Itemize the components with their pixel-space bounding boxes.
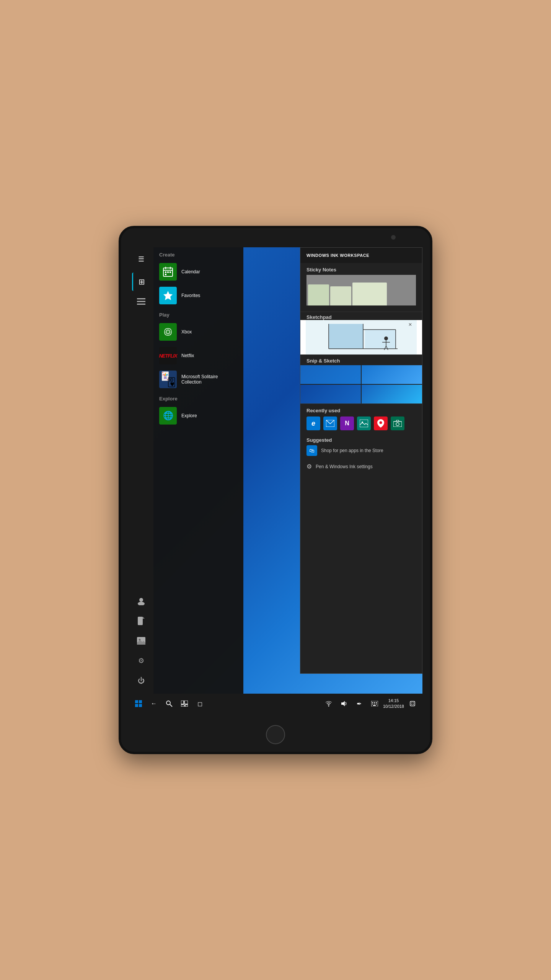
recent-edge[interactable]: e bbox=[306, 416, 320, 430]
sidebar-documents[interactable] bbox=[132, 612, 150, 630]
window-button[interactable]: ◻ bbox=[193, 697, 207, 710]
svg-line-46 bbox=[170, 704, 172, 707]
svg-rect-43 bbox=[135, 704, 138, 707]
svg-rect-22 bbox=[329, 324, 363, 349]
star-label: Favorites bbox=[181, 293, 200, 298]
sidebar: ☰ ⊞ ⚙ ⏻ bbox=[129, 247, 153, 694]
wifi-icon[interactable] bbox=[322, 697, 336, 710]
svg-rect-0 bbox=[137, 298, 145, 299]
svg-point-4 bbox=[138, 602, 145, 605]
solitaire-label: Microsoft Solitaire Collection bbox=[181, 374, 238, 385]
svg-rect-65 bbox=[413, 704, 414, 705]
start-menu: ☰ ⊞ ⚙ ⏻ bbox=[129, 247, 422, 694]
sketchpad-section: Sketchpad bbox=[300, 312, 422, 355]
sticky-notes-content bbox=[300, 275, 422, 312]
app-item-solitaire[interactable]: 🃏 🂺 Microsoft Solitaire Collection bbox=[153, 368, 243, 391]
recent-mail[interactable] bbox=[323, 416, 337, 430]
svg-rect-23 bbox=[365, 330, 396, 349]
svg-rect-62 bbox=[411, 702, 412, 703]
ink-workspace-header: WINDOWS INK WORKSPACE bbox=[300, 248, 422, 263]
svg-marker-6 bbox=[143, 617, 145, 619]
sidebar-user[interactable] bbox=[132, 592, 150, 610]
section-label-create: Create bbox=[153, 247, 243, 260]
svg-rect-42 bbox=[139, 700, 142, 703]
keyboard-icon[interactable] bbox=[368, 697, 381, 710]
store-icon: 🛍 bbox=[306, 445, 317, 456]
sidebar-photos[interactable] bbox=[132, 632, 150, 650]
snip-cell-3 bbox=[300, 385, 361, 403]
hamburger-menu[interactable]: ☰ bbox=[129, 251, 153, 267]
recent-maps[interactable] bbox=[374, 416, 388, 430]
xbox-tile bbox=[159, 323, 177, 341]
sticky-notes-label[interactable]: Sticky Notes bbox=[300, 263, 422, 275]
recent-camera[interactable] bbox=[391, 416, 404, 430]
svg-rect-44 bbox=[139, 704, 142, 707]
recent-icons-row: e N bbox=[306, 416, 416, 430]
svg-rect-47 bbox=[181, 701, 184, 704]
sticky-note-3 bbox=[352, 283, 387, 305]
recent-onenote[interactable]: N bbox=[340, 416, 354, 430]
sticky-notes-preview bbox=[306, 275, 416, 305]
screen: ☰ ⊞ ⚙ ⏻ bbox=[129, 247, 422, 714]
svg-rect-64 bbox=[411, 704, 412, 705]
tablet-device: ☰ ⊞ ⚙ ⏻ bbox=[119, 226, 432, 754]
star-tile bbox=[159, 287, 177, 304]
pen-settings-row[interactable]: ⚙ Pen & Windows Ink settings bbox=[300, 459, 422, 474]
svg-marker-52 bbox=[341, 701, 345, 706]
sticky-note-2 bbox=[330, 286, 351, 305]
app-item-calendar[interactable]: Calendar bbox=[153, 260, 243, 284]
snip-sketch-label[interactable]: Snip & Sketch bbox=[300, 355, 422, 365]
taskbar-time: 14:15 10/12/2018 bbox=[383, 698, 404, 710]
svg-rect-17 bbox=[165, 274, 166, 275]
section-label-play: Play bbox=[153, 307, 243, 320]
suggested-item-store[interactable]: 🛍 Shop for pen apps in the Store bbox=[306, 445, 416, 456]
app-item-star[interactable]: Favorites bbox=[153, 284, 243, 307]
svg-point-40 bbox=[396, 423, 399, 426]
svg-rect-36 bbox=[360, 420, 368, 427]
svg-rect-14 bbox=[165, 271, 166, 273]
netflix-label: Netflix bbox=[181, 353, 194, 358]
sidebar-settings[interactable]: ⚙ bbox=[132, 652, 150, 670]
sidebar-item-tiles[interactable]: ⊞ bbox=[132, 273, 150, 291]
svg-point-51 bbox=[328, 706, 329, 707]
snip-sketch-preview bbox=[300, 365, 422, 403]
sticky-notes-section: Sticky Notes bbox=[300, 263, 422, 312]
svg-rect-5 bbox=[138, 617, 143, 625]
svg-text:✕: ✕ bbox=[408, 322, 412, 327]
pen-icon[interactable]: ✒ bbox=[352, 697, 366, 710]
sidebar-item-list[interactable] bbox=[132, 292, 150, 311]
recent-photos[interactable] bbox=[357, 416, 371, 430]
sketchpad-preview: ✕ bbox=[300, 320, 422, 354]
suggested-section: Suggested 🛍 Shop for pen apps in the Sto… bbox=[300, 434, 422, 459]
calendar-label: Calendar bbox=[181, 269, 200, 274]
sidebar-power[interactable]: ⏻ bbox=[132, 671, 150, 690]
svg-rect-16 bbox=[170, 271, 171, 273]
home-button[interactable] bbox=[266, 725, 285, 744]
clock-date: 10/12/2018 bbox=[383, 704, 404, 709]
start-button[interactable] bbox=[132, 697, 145, 710]
svg-rect-58 bbox=[374, 704, 375, 704]
svg-point-45 bbox=[166, 701, 170, 705]
sketchpad-label[interactable]: Sketchpad bbox=[300, 312, 422, 320]
svg-rect-48 bbox=[184, 701, 188, 704]
front-camera bbox=[391, 235, 396, 240]
svg-rect-63 bbox=[413, 702, 414, 703]
svg-rect-50 bbox=[185, 705, 188, 707]
xbox-label: Xbox bbox=[181, 329, 192, 335]
sidebar-bottom-actions: ⚙ ⏻ bbox=[132, 592, 150, 694]
taskbar: ← ◻ ✒ 14:15 10/12/2018 bbox=[129, 694, 422, 714]
app-item-netflix[interactable]: NETFLIX Netflix bbox=[153, 344, 243, 368]
back-button[interactable]: ← bbox=[147, 697, 161, 710]
action-center-icon[interactable] bbox=[406, 697, 419, 710]
suggested-item-text: Shop for pen apps in the Store bbox=[321, 448, 383, 453]
app-item-explore[interactable]: 🌐 Explore bbox=[153, 404, 243, 428]
search-button[interactable] bbox=[162, 697, 176, 710]
volume-icon[interactable] bbox=[337, 697, 351, 710]
svg-rect-41 bbox=[135, 700, 138, 703]
svg-rect-49 bbox=[181, 705, 184, 707]
task-view-button[interactable] bbox=[178, 697, 191, 710]
section-label-explore: Explore bbox=[153, 391, 243, 404]
snip-cell-4 bbox=[362, 385, 422, 403]
app-item-xbox[interactable]: Xbox bbox=[153, 320, 243, 344]
recently-used-label: Recently used bbox=[306, 408, 416, 413]
